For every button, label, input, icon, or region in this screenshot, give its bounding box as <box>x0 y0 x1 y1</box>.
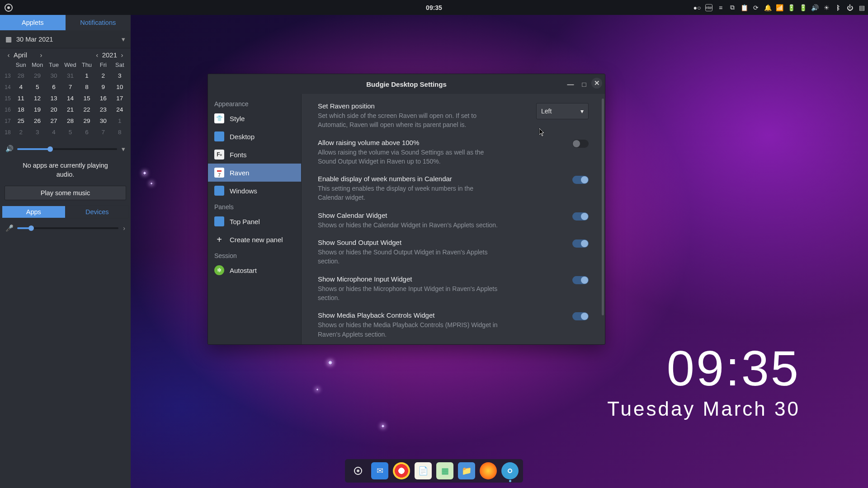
calendar-day[interactable]: 23 <box>95 104 111 115</box>
calendar-day[interactable]: 29 <box>29 70 45 81</box>
tab-notifications[interactable]: Notifications <box>66 15 131 30</box>
calendar-day[interactable]: 14 <box>62 93 78 104</box>
calendar-day[interactable]: 20 <box>46 104 62 115</box>
volume-toggle[interactable] <box>572 140 589 148</box>
calendar-day[interactable]: 24 <box>112 104 128 115</box>
sidebar-item-style[interactable]: 👕 Style <box>208 109 301 127</box>
calendar-day[interactable]: 5 <box>29 81 45 93</box>
panel-clock[interactable]: 09:35 <box>426 4 442 11</box>
recording-indicator-icon[interactable]: ●○ <box>693 4 701 11</box>
calendar-day[interactable]: 7 <box>62 81 78 93</box>
calendar-day[interactable]: 29 <box>79 115 95 127</box>
dock-chrome-icon[interactable] <box>393 462 410 479</box>
dock-spreadsheet-icon[interactable]: ▦ <box>436 462 453 479</box>
calendar-day[interactable]: 13 <box>46 93 62 104</box>
dock-files-icon[interactable]: 📁 <box>458 462 475 479</box>
next-year-button[interactable]: › <box>117 51 127 59</box>
weeknum-toggle[interactable] <box>572 176 589 184</box>
network-icon[interactable]: 📶 <box>776 4 783 11</box>
calendar-day[interactable]: 6 <box>46 81 62 93</box>
sound-toggle[interactable] <box>572 239 589 248</box>
prev-year-button[interactable]: ‹ <box>92 51 102 59</box>
dock-settings-icon[interactable] <box>501 462 519 479</box>
calendar-day[interactable]: 8 <box>112 127 128 138</box>
calendar-day[interactable]: 16 <box>95 93 111 104</box>
battery2-icon[interactable]: 🔋 <box>799 4 807 11</box>
calendar-day[interactable]: 7 <box>95 127 111 138</box>
cal-toggle[interactable] <box>572 212 589 221</box>
dock-text-editor-icon[interactable]: 📄 <box>415 462 432 479</box>
calendar-day[interactable]: 3 <box>112 70 128 81</box>
media-toggle[interactable] <box>572 312 589 320</box>
chevron-down-icon[interactable]: ▾ <box>122 145 125 153</box>
workspace-icon[interactable]: ⧉ <box>729 4 736 11</box>
calendar-day[interactable]: 17 <box>112 93 128 104</box>
position-dropdown[interactable]: Left▾ <box>536 103 589 119</box>
battery-icon[interactable]: 🔋 <box>788 4 795 11</box>
calendar-day[interactable]: 27 <box>46 115 62 127</box>
mic-toggle[interactable] <box>572 276 589 284</box>
calendar-day[interactable]: 9 <box>95 81 111 93</box>
calendar-day[interactable]: 31 <box>62 70 78 81</box>
power-icon[interactable]: ⏻ <box>846 4 854 11</box>
calendar-day[interactable]: 15 <box>79 93 95 104</box>
brightness-icon[interactable]: ☀ <box>823 4 830 11</box>
calendar-day[interactable]: 12 <box>29 93 45 104</box>
calendar-day[interactable]: 6 <box>79 127 95 138</box>
dock-firefox-icon[interactable] <box>480 462 497 479</box>
sync-icon[interactable]: ⟳ <box>752 4 760 11</box>
tab-apps[interactable]: Apps <box>2 206 66 218</box>
window-titlebar[interactable]: Budgie Desktop Settings — □ ✕ <box>208 74 605 94</box>
bell-icon[interactable]: 🔔 <box>764 4 771 11</box>
calendar-day[interactable]: 30 <box>46 70 62 81</box>
sidebar-item-windows[interactable]: Windows <box>208 182 301 200</box>
calendar-day[interactable]: 1 <box>112 115 128 127</box>
calendar-day[interactable]: 8 <box>79 81 95 93</box>
hamburger-icon[interactable]: ≡ <box>717 4 724 11</box>
calendar-day[interactable]: 26 <box>29 115 45 127</box>
minimize-button[interactable]: — <box>564 78 577 90</box>
calendar-day[interactable]: 21 <box>62 104 78 115</box>
calendar-day[interactable]: 2 <box>95 70 111 81</box>
calendar-day[interactable]: 5 <box>62 127 78 138</box>
tab-applets[interactable]: Applets <box>0 15 66 30</box>
tab-devices[interactable]: Devices <box>66 206 129 218</box>
calendar-day[interactable]: 10 <box>112 81 128 93</box>
calendar-day[interactable]: 28 <box>62 115 78 127</box>
maximize-button[interactable]: □ <box>578 78 590 90</box>
content-scrollbar[interactable] <box>602 99 604 320</box>
calendar-day[interactable]: 3 <box>29 127 45 138</box>
dock-mail-icon[interactable]: ✉ <box>371 462 388 479</box>
close-button[interactable]: ✕ <box>591 78 602 89</box>
calendar-day[interactable]: 25 <box>13 115 29 127</box>
calendar-day[interactable]: 30 <box>95 115 111 127</box>
chevron-right-icon[interactable]: › <box>123 225 125 232</box>
calendar-day[interactable]: 1 <box>79 70 95 81</box>
raven-toggle-icon[interactable]: ▤ <box>858 4 865 11</box>
play-music-button[interactable]: Play some music <box>5 186 126 200</box>
volume-slider[interactable] <box>17 148 117 150</box>
clipboard-icon[interactable]: 📋 <box>741 4 748 11</box>
bluetooth-icon[interactable]: ᛒ <box>835 4 842 11</box>
calendar-day[interactable]: 11 <box>13 93 29 104</box>
calendar-day[interactable]: 19 <box>29 104 45 115</box>
calendar-day[interactable]: 18 <box>13 104 29 115</box>
sidebar-item-create-panel[interactable]: + Create new panel <box>208 230 301 249</box>
sidebar-item-raven[interactable]: ▬7 Raven <box>208 164 301 182</box>
intel-icon[interactable]: intel <box>705 4 712 11</box>
volume-icon[interactable]: 🔊 <box>811 4 818 11</box>
app-menu-icon[interactable] <box>5 4 13 12</box>
next-month-button[interactable]: › <box>36 51 46 59</box>
mic-slider[interactable] <box>17 227 118 229</box>
calendar-day[interactable]: 2 <box>13 127 29 138</box>
calendar-day[interactable]: 4 <box>46 127 62 138</box>
prev-month-button[interactable]: ‹ <box>4 51 14 59</box>
calendar-day[interactable]: 22 <box>79 104 95 115</box>
calendar-day[interactable]: 28 <box>13 70 29 81</box>
sidebar-item-fonts[interactable]: Fo Fonts <box>208 145 301 164</box>
dock-menu-icon[interactable] <box>349 462 367 479</box>
calendar-day[interactable]: 4 <box>13 81 29 93</box>
sidebar-item-desktop[interactable]: Desktop <box>208 127 301 145</box>
date-picker-row[interactable]: ▦ 30 Mar 2021 ▾ <box>0 30 131 48</box>
sidebar-item-autostart[interactable]: ✻ Autostart <box>208 261 301 279</box>
